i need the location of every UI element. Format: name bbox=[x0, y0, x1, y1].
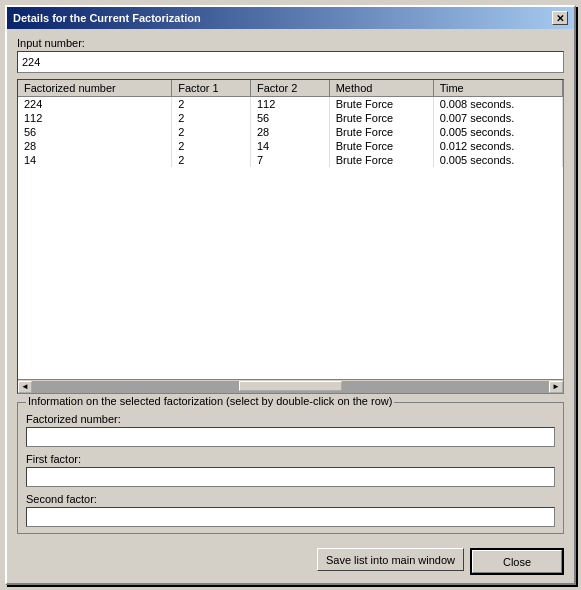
title-bar-close-button[interactable]: ✕ bbox=[552, 11, 568, 25]
scroll-left-arrow[interactable]: ◄ bbox=[18, 381, 32, 393]
table-cell-factorized: 112 bbox=[18, 111, 172, 125]
table-cell-time: 0.005 seconds. bbox=[433, 153, 562, 167]
factorized-number-label: Factorized number: bbox=[26, 413, 555, 425]
table-cell-time: 0.007 seconds. bbox=[433, 111, 562, 125]
input-section: Input number: bbox=[17, 37, 564, 73]
button-row: Save list into main window Close bbox=[7, 542, 574, 583]
info-group: Information on the selected factorizatio… bbox=[17, 402, 564, 534]
first-factor-input[interactable] bbox=[26, 467, 555, 487]
table-row[interactable]: 112256Brute Force0.007 seconds. bbox=[18, 111, 563, 125]
table-cell-time: 0.008 seconds. bbox=[433, 97, 562, 112]
table-row[interactable]: 56228Brute Force0.005 seconds. bbox=[18, 125, 563, 139]
table-cell-factor1: 2 bbox=[172, 153, 251, 167]
input-number-label: Input number: bbox=[17, 37, 564, 49]
table-cell-time: 0.012 seconds. bbox=[433, 139, 562, 153]
table-cell-factorized: 28 bbox=[18, 139, 172, 153]
table-cell-factorized: 56 bbox=[18, 125, 172, 139]
table-cell-method: Brute Force bbox=[329, 139, 433, 153]
col-method: Method bbox=[329, 80, 433, 97]
title-bar: Details for the Current Factorization ✕ bbox=[7, 7, 574, 29]
table-cell-method: Brute Force bbox=[329, 111, 433, 125]
table-cell-method: Brute Force bbox=[329, 97, 433, 112]
table-scroll-area[interactable]: Factorized number Factor 1 Factor 2 Meth… bbox=[18, 80, 563, 379]
table-wrapper: Factorized number Factor 1 Factor 2 Meth… bbox=[17, 79, 564, 394]
table-cell-factor1: 2 bbox=[172, 139, 251, 153]
scrollbar-track[interactable] bbox=[32, 381, 549, 393]
col-factor2: Factor 2 bbox=[250, 80, 329, 97]
factorized-number-field-row: Factorized number: bbox=[26, 413, 555, 447]
table-section: Factorized number Factor 1 Factor 2 Meth… bbox=[17, 79, 564, 394]
factorization-table: Factorized number Factor 1 Factor 2 Meth… bbox=[18, 80, 563, 167]
table-cell-factor2: 56 bbox=[250, 111, 329, 125]
table-cell-factor2: 28 bbox=[250, 125, 329, 139]
col-factorized: Factorized number bbox=[18, 80, 172, 97]
table-cell-factor1: 2 bbox=[172, 111, 251, 125]
save-list-button[interactable]: Save list into main window bbox=[317, 548, 464, 571]
dialog-window: Details for the Current Factorization ✕ … bbox=[5, 5, 576, 585]
info-group-title: Information on the selected factorizatio… bbox=[26, 395, 394, 407]
input-number-field[interactable] bbox=[17, 51, 564, 73]
table-cell-factorized: 14 bbox=[18, 153, 172, 167]
table-row[interactable]: 2242112Brute Force0.008 seconds. bbox=[18, 97, 563, 112]
second-factor-input[interactable] bbox=[26, 507, 555, 527]
first-factor-label: First factor: bbox=[26, 453, 555, 465]
table-cell-time: 0.005 seconds. bbox=[433, 125, 562, 139]
first-factor-field-row: First factor: bbox=[26, 453, 555, 487]
table-cell-method: Brute Force bbox=[329, 125, 433, 139]
table-cell-factor1: 2 bbox=[172, 125, 251, 139]
table-cell-factor2: 7 bbox=[250, 153, 329, 167]
horizontal-scrollbar[interactable]: ◄ ► bbox=[18, 379, 563, 393]
close-button-outer: Close bbox=[470, 548, 564, 575]
title-bar-text: Details for the Current Factorization bbox=[13, 12, 201, 24]
table-cell-factor2: 14 bbox=[250, 139, 329, 153]
col-factor1: Factor 1 bbox=[172, 80, 251, 97]
table-row[interactable]: 1427Brute Force0.005 seconds. bbox=[18, 153, 563, 167]
scrollbar-thumb[interactable] bbox=[239, 381, 342, 391]
table-cell-factor1: 2 bbox=[172, 97, 251, 112]
table-cell-factor2: 112 bbox=[250, 97, 329, 112]
scroll-right-arrow[interactable]: ► bbox=[549, 381, 563, 393]
table-cell-factorized: 224 bbox=[18, 97, 172, 112]
second-factor-field-row: Second factor: bbox=[26, 493, 555, 527]
factorized-number-input[interactable] bbox=[26, 427, 555, 447]
second-factor-label: Second factor: bbox=[26, 493, 555, 505]
col-time: Time bbox=[433, 80, 562, 97]
content-area: Input number: Factorized number Factor 1… bbox=[7, 29, 574, 542]
table-row[interactable]: 28214Brute Force0.012 seconds. bbox=[18, 139, 563, 153]
close-button[interactable]: Close bbox=[472, 550, 562, 573]
table-cell-method: Brute Force bbox=[329, 153, 433, 167]
